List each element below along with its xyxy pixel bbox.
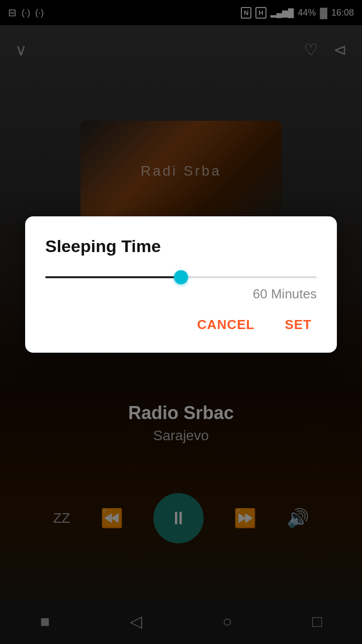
- cancel-button[interactable]: CANCEL: [192, 312, 259, 338]
- dialog-buttons: CANCEL SET: [45, 312, 317, 338]
- set-button[interactable]: SET: [280, 312, 317, 338]
- slider-value-label: 60 Minutes: [45, 286, 317, 302]
- slider-container: [45, 276, 317, 278]
- dialog-title: Sleeping Time: [45, 236, 317, 256]
- sleeping-time-dialog: Sleeping Time 60 Minutes CANCEL SET: [25, 216, 337, 353]
